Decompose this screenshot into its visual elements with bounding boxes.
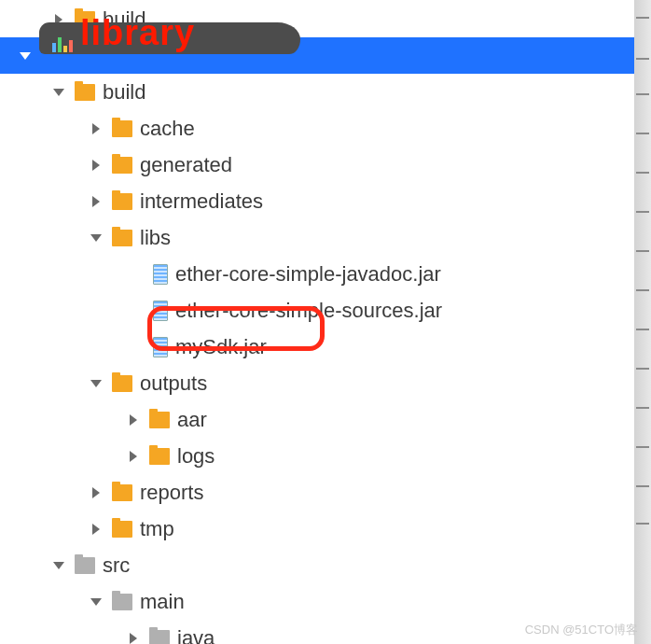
folder-icon — [112, 120, 132, 137]
folder-icon — [75, 557, 95, 574]
tree-row-build[interactable]: build — [0, 74, 634, 110]
folder-icon — [75, 84, 95, 101]
tree-row-logs[interactable]: logs — [0, 438, 634, 474]
chevron-right-icon — [90, 195, 103, 208]
tree-label: java — [177, 626, 215, 645]
tree-label: mySdk.jar — [175, 335, 267, 359]
tree-row-intermediates[interactable]: intermediates — [0, 183, 634, 219]
folder-icon — [112, 594, 132, 610]
tree-row-outputs[interactable]: outputs — [0, 365, 634, 401]
tree-label: build — [103, 80, 145, 105]
chevron-down-icon — [90, 595, 103, 609]
tree-label: aar — [177, 408, 207, 432]
tree-row-jar3[interactable]: mySdk.jar — [0, 329, 634, 365]
folder-icon — [149, 412, 170, 428]
tree-label: tmp — [140, 517, 174, 541]
chevron-right-icon — [127, 632, 140, 645]
tree-label: src — [103, 553, 130, 578]
tree-row-src[interactable]: src — [0, 547, 634, 583]
tree-label: main — [140, 590, 185, 614]
jar-icon — [153, 264, 168, 285]
chevron-right-icon — [90, 122, 103, 135]
jar-icon — [153, 301, 168, 321]
folder-icon — [112, 484, 132, 501]
chevron-right-icon — [90, 159, 103, 172]
chevron-down-icon — [52, 559, 65, 572]
project-tree: build build cache generated intermediate… — [0, 0, 634, 644]
chevron-right-icon — [127, 413, 140, 427]
tree-label: reports — [140, 481, 203, 505]
tree-row-jar1[interactable]: ether-core-simple-javadoc.jar — [0, 256, 634, 292]
module-icon — [52, 35, 75, 52]
folder-icon — [112, 375, 132, 392]
chevron-down-icon — [19, 49, 32, 63]
tree-label: ether-core-simple-javadoc.jar — [175, 262, 441, 287]
tree-row-tmp[interactable]: tmp — [0, 511, 634, 547]
chevron-right-icon — [127, 450, 140, 463]
tree-label: libs — [140, 226, 171, 250]
tree-row-main[interactable]: main — [0, 583, 634, 620]
chevron-down-icon — [52, 86, 65, 99]
jar-icon — [153, 337, 168, 357]
folder-icon — [112, 157, 132, 174]
chevron-down-icon — [90, 377, 103, 390]
folder-icon — [149, 630, 170, 645]
folder-icon — [112, 230, 132, 246]
chevron-right-icon — [90, 486, 103, 499]
tree-row-jar2[interactable]: ether-core-simple-sources.jar — [0, 292, 634, 329]
folder-icon — [149, 448, 170, 465]
folder-icon — [112, 193, 132, 210]
watermark: CSDN @51CTO博客 — [525, 622, 638, 638]
editor-gutter — [634, 0, 651, 644]
chevron-right-icon — [90, 523, 103, 536]
tree-row-aar[interactable]: aar — [0, 401, 634, 438]
tree-label: logs — [177, 444, 215, 469]
tree-label: cache — [140, 117, 195, 141]
tree-row-libs[interactable]: libs — [0, 219, 634, 256]
tree-label: generated — [140, 153, 232, 177]
tree-label: ether-core-simple-sources.jar — [175, 299, 442, 323]
tree-label: outputs — [140, 371, 207, 396]
tree-row-generated[interactable]: generated — [0, 147, 634, 183]
folder-icon — [112, 521, 132, 538]
chevron-down-icon — [90, 231, 103, 245]
tree-label: intermediates — [140, 189, 263, 214]
tree-row-cache[interactable]: cache — [0, 110, 634, 147]
library-annotation: library — [80, 13, 195, 53]
tree-row-reports[interactable]: reports — [0, 474, 634, 511]
